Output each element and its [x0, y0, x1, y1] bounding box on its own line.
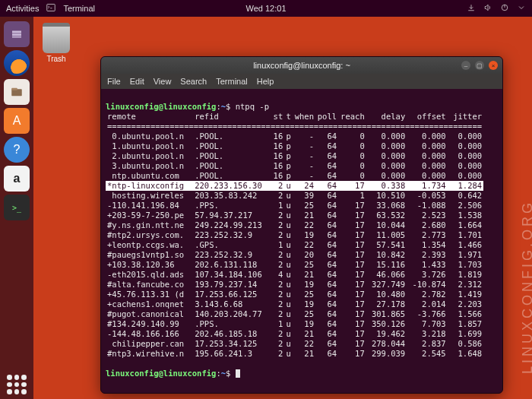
table-row: hosting.wireles203.35.83.2422u3964110.51… [106, 191, 483, 201]
table-row: #alta.fancube.co193.79.237.142u196417327… [106, 280, 483, 290]
table-row: 1.ubuntu.pool.n.POOL.16p-6400.0000.0000.… [106, 141, 483, 151]
table-row: ntp.ubuntu.com .POOL.16p-6400.0000.0000.… [106, 171, 483, 181]
table-header: remote refid st t when poll reach delay … [106, 112, 483, 122]
dock-nautilus-icon[interactable] [4, 79, 30, 105]
topbar-clock[interactable]: Wed 12:01 [245, 4, 286, 13]
svg-rect-0 [47, 5, 55, 11]
svg-rect-6 [11, 88, 17, 90]
prompt-userhost: linuxconfig@linuxconfig [106, 102, 216, 111]
terminal-menubar: File Edit View Search Terminal Help [101, 74, 502, 89]
dock-apps-button[interactable] [0, 375, 33, 394]
terminal-body[interactable]: linuxconfig@linuxconfig:~$ ntpq -p remot… [101, 89, 502, 393]
menu-search[interactable]: Search [180, 77, 207, 86]
table-row: #y.ns.gin.ntt.ne249.224.99.2132u22641710… [106, 220, 483, 230]
dock-terminal-icon[interactable]: >_ [4, 195, 30, 220]
menu-file[interactable]: File [107, 77, 121, 86]
window-minimize-button[interactable]: – [461, 61, 470, 70]
table-row: +45.76.113.31 (d17.253.66.1252u25641710.… [106, 290, 483, 299]
window-title: linuxconfig@linuxconfig: ~ [253, 61, 350, 70]
table-row: *ntp-linuxconfig220.233.156.302u2464170.… [106, 181, 483, 191]
window-close-button[interactable]: × [489, 61, 498, 70]
table-row: chilipepper.can17.253.34.1252u226417278.… [106, 339, 483, 349]
topbar-app-label: Terminal [63, 4, 95, 13]
table-row: +leontp.ccgs.wa..GPS.1u22641757.5411.354… [106, 240, 483, 250]
table-row: #pauegs1vntp1.so223.252.32.92u20641710.8… [106, 250, 483, 260]
dock-firefox-icon[interactable] [4, 50, 30, 76]
table-row: -144.48.166.166 202.46.185.182u21641719.… [106, 329, 483, 339]
table-row: #ntp2.ursys.com.223.252.32.92u19641711.0… [106, 230, 483, 240]
table-row: +103.38.120.36 202.6.131.1182u25641715.1… [106, 260, 483, 270]
dock-help-icon[interactable]: ? [4, 137, 30, 163]
dock-files-icon[interactable] [4, 21, 30, 47]
watermark: LINUXCONFIG.ORG [520, 200, 533, 374]
desktop-trash[interactable]: Trash [43, 23, 70, 63]
power-icon[interactable] [500, 3, 509, 14]
apps-grid-icon [7, 375, 27, 394]
trash-icon [43, 23, 70, 53]
chevron-down-icon[interactable] [517, 3, 526, 14]
network-icon[interactable] [467, 3, 476, 14]
svg-rect-4 [12, 36, 21, 38]
window-titlebar[interactable]: linuxconfig@linuxconfig: ~ – ▢ × [101, 57, 502, 74]
table-row: -eth2015.qld.ads107.34.184.1064u21641746… [106, 270, 483, 280]
table-separator: ========================================… [106, 122, 483, 131]
table-row: 2.ubuntu.pool.n.POOL.16p-6400.0000.0000.… [106, 151, 483, 161]
dock-amazon-icon[interactable]: a [4, 166, 30, 192]
table-row: #134.249.140.99 .PPS.1u196417350.1267.70… [106, 319, 483, 329]
table-row: #pugot.canonical140.203.204.772u25641730… [106, 309, 483, 319]
dock-software-icon[interactable]: A [4, 108, 30, 134]
volume-icon[interactable] [483, 3, 492, 14]
trash-label: Trash [43, 55, 70, 63]
table-row: #ntp3.wirehive.n195.66.241.32u216417299.… [106, 349, 483, 359]
table-row: +cachens1.onqnet3.143.6.682u19641727.178… [106, 299, 483, 309]
window-maximize-button[interactable]: ▢ [475, 61, 484, 70]
activities-button[interactable]: Activities [6, 4, 39, 13]
gnome-topbar: Activities Terminal Wed 12:01 [0, 0, 532, 17]
menu-terminal[interactable]: Terminal [216, 77, 248, 86]
table-row: +203-59-7-250.pe57.94.37.2172u21641763.5… [106, 211, 483, 220]
table-row: 0.ubuntu.pool.n.POOL.16p-6400.0000.0000.… [106, 131, 483, 141]
menu-edit[interactable]: Edit [130, 77, 144, 86]
svg-rect-2 [12, 31, 21, 33]
menu-view[interactable]: View [154, 77, 172, 86]
ubuntu-dock: A ? a >_ [0, 17, 33, 399]
terminal-indicator-icon [46, 3, 55, 14]
terminal-cursor [236, 369, 240, 378]
menu-help[interactable]: Help [257, 77, 274, 86]
table-row: 3.ubuntu.pool.n.POOL.16p-6400.0000.0000.… [106, 161, 483, 171]
svg-rect-3 [12, 33, 21, 36]
table-row: -110.141.196.84 .PPS.1u25641733.068-1.08… [106, 201, 483, 211]
terminal-window: linuxconfig@linuxconfig: ~ – ▢ × File Ed… [100, 56, 503, 394]
ntpq-table: remote refid st t when poll reach delay … [106, 112, 483, 359]
prompt-command: ntpq -p [236, 102, 269, 111]
